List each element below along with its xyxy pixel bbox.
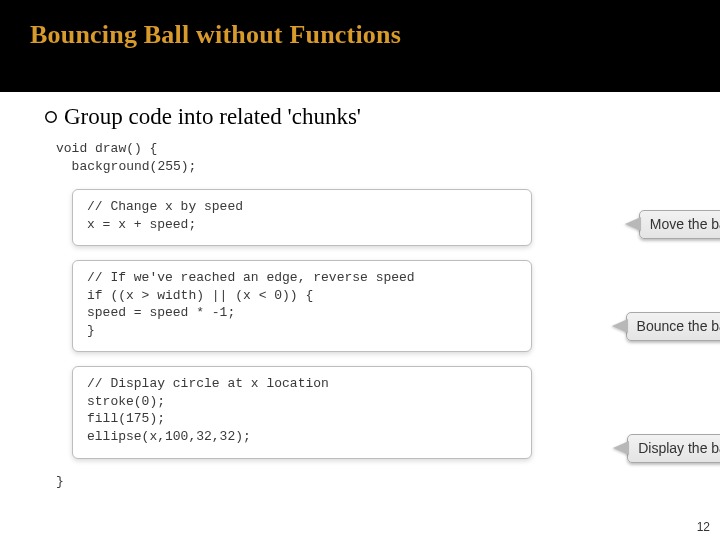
- code-chunk-bounce: // If we've reached an edge, reverse spe…: [72, 260, 532, 352]
- code-line: if ((x > width) || (x < 0)) {: [87, 287, 517, 305]
- callout-label: Bounce the ball!: [626, 312, 720, 341]
- callout-tail-icon: [612, 319, 628, 333]
- slide-header: Bouncing Ball without Functions: [0, 0, 720, 92]
- code-line: void draw() {: [44, 140, 690, 158]
- code-comment: // If we've reached an edge, reverse spe…: [87, 269, 517, 287]
- callout-label: Move the ball!: [639, 210, 720, 239]
- code-comment: // Display circle at x location: [87, 375, 517, 393]
- callout-bounce: Bounce the ball!: [612, 312, 720, 341]
- code-line: }: [87, 322, 517, 340]
- bullet-item: Group code into related 'chunks': [44, 104, 690, 130]
- callout-tail-icon: [613, 441, 629, 455]
- code-line: fill(175);: [87, 410, 517, 428]
- code-line: background(255);: [44, 158, 690, 176]
- code-line: stroke(0);: [87, 393, 517, 411]
- code-line: speed = speed * -1;: [87, 304, 517, 322]
- callout-display: Display the ball!: [613, 434, 720, 463]
- code-chunk-display: // Display circle at x location stroke(0…: [72, 366, 532, 458]
- slide-body: Group code into related 'chunks' void dr…: [0, 92, 720, 490]
- svg-point-0: [46, 112, 56, 122]
- page-number: 12: [697, 520, 710, 534]
- callout-move: Move the ball!: [625, 210, 720, 239]
- callout-tail-icon: [625, 217, 641, 231]
- code-line: }: [44, 473, 690, 491]
- circle-bullet-icon: [44, 110, 58, 124]
- code-comment: // Change x by speed: [87, 198, 517, 216]
- code-chunk-move: // Change x by speed x = x + speed;: [72, 189, 532, 246]
- slide-title: Bouncing Ball without Functions: [30, 20, 720, 50]
- code-listing: void draw() { background(255); // Change…: [44, 140, 690, 490]
- code-line: x = x + speed;: [87, 216, 517, 234]
- code-line: ellipse(x,100,32,32);: [87, 428, 517, 446]
- callout-label: Display the ball!: [627, 434, 720, 463]
- bullet-text: Group code into related 'chunks': [64, 104, 361, 130]
